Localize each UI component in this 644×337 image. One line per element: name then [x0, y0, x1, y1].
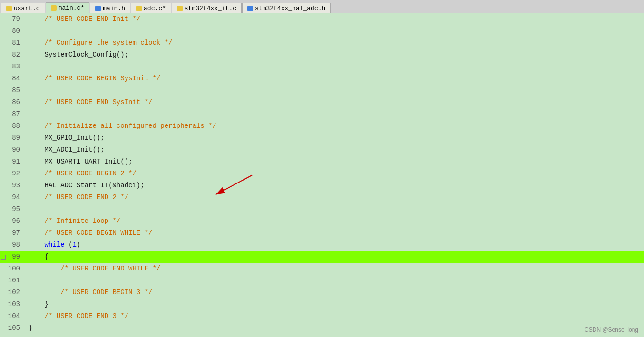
code-line-content	[24, 25, 644, 37]
tab-bar: usart.cmain.c*main.hadc.c*stm32f4xx_it.c…	[0, 0, 644, 13]
code-line-content: }	[24, 298, 644, 310]
code-row: 91 MX_USART1_UART_Init();	[0, 156, 644, 168]
code-line-content: /* USER CODE END SysInit */	[24, 96, 644, 108]
code-line-content: /* USER CODE BEGIN WHILE */	[24, 227, 644, 239]
code-line-content: /* USER CODE BEGIN 2 */	[24, 168, 644, 180]
code-line-content: /* USER CODE BEGIN SysInit */	[24, 73, 644, 85]
line-number: 82	[0, 49, 24, 61]
code-row: 101	[0, 275, 644, 287]
line-number: 97	[0, 227, 24, 239]
code-line-content: /* USER CODE END 3 */	[24, 310, 644, 322]
tab-icon	[247, 6, 253, 11]
code-line-content: HAL_ADC_Start_IT(&hadc1);	[24, 180, 644, 192]
code-line-content: }	[24, 322, 644, 334]
tab-stm32f4xx-hal-adc-h[interactable]: stm32f4xx_hal_adc.h	[242, 3, 331, 13]
tab-label: stm32f4xx_hal_adc.h	[255, 5, 325, 12]
line-number: 88	[0, 120, 24, 132]
code-row: 96 /* Infinite loop */	[0, 215, 644, 227]
tab-main-h[interactable]: main.h	[90, 3, 130, 13]
tab-stm32f4xx-it-c[interactable]: stm32f4xx_it.c	[172, 3, 242, 13]
code-line-content	[24, 203, 644, 215]
code-table: 79 /* USER CODE END Init */8081 /* Confi…	[0, 13, 644, 334]
line-number: 81	[0, 37, 24, 49]
tab-label: main.h	[103, 5, 125, 12]
fold-indicator[interactable]: -	[1, 255, 6, 260]
code-line-content: while (1)	[24, 239, 644, 251]
code-row: 105}	[0, 322, 644, 334]
code-line-content	[24, 61, 644, 73]
code-line-content: /* Initialize all configured peripherals…	[24, 120, 644, 132]
code-row: 83	[0, 61, 644, 73]
tab-usart-c[interactable]: usart.c	[1, 3, 45, 13]
code-line-content: {	[24, 251, 644, 263]
tab-label: adc.c*	[144, 5, 166, 12]
code-row: 89 MX_GPIO_Init();	[0, 132, 644, 144]
line-number: 91	[0, 156, 24, 168]
code-row: 92 /* USER CODE BEGIN 2 */	[0, 168, 644, 180]
code-line-content: MX_USART1_UART_Init();	[24, 156, 644, 168]
line-number: 79	[0, 13, 24, 25]
code-row: 79 /* USER CODE END Init */	[0, 13, 644, 25]
line-number: 96	[0, 215, 24, 227]
code-line-content: MX_GPIO_Init();	[24, 132, 644, 144]
code-line-content: /* USER CODE END Init */	[24, 13, 644, 25]
code-row: 80	[0, 25, 644, 37]
code-row: 100 /* USER CODE END WHILE */	[0, 263, 644, 275]
code-row: 82 SystemClock_Config();	[0, 49, 644, 61]
tab-label: stm32f4xx_it.c	[185, 5, 236, 12]
code-row: 94 /* USER CODE END 2 */	[0, 192, 644, 203]
tab-icon	[6, 6, 12, 11]
code-row: 104 /* USER CODE END 3 */	[0, 310, 644, 322]
line-number: 101	[0, 275, 24, 287]
code-row: 99- {	[0, 251, 644, 263]
code-line-content	[24, 275, 644, 287]
line-number: 83	[0, 61, 24, 73]
tab-label: main.c*	[59, 4, 85, 11]
code-line-content: /* Configure the system clock */	[24, 37, 644, 49]
line-number: 87	[0, 108, 24, 120]
code-line-content: /* USER CODE BEGIN 3 */	[24, 287, 644, 298]
code-line-content: /* Infinite loop */	[24, 215, 644, 227]
code-row: 93 HAL_ADC_Start_IT(&hadc1);	[0, 180, 644, 192]
code-row: 103 }	[0, 298, 644, 310]
line-number: 84	[0, 73, 24, 85]
line-number: 99-	[0, 251, 24, 263]
line-number: 98	[0, 239, 24, 251]
line-number: 92	[0, 168, 24, 180]
code-area: 79 /* USER CODE END Init */8081 /* Confi…	[0, 13, 644, 337]
code-line-content: /* USER CODE END WHILE */	[24, 263, 644, 275]
tab-icon	[51, 5, 57, 11]
line-number: 104	[0, 310, 24, 322]
line-number: 102	[0, 287, 24, 298]
code-row: 98 while (1)	[0, 239, 644, 251]
tab-icon	[136, 6, 142, 11]
code-row: 102 /* USER CODE BEGIN 3 */	[0, 287, 644, 298]
code-line-content	[24, 85, 644, 96]
code-row: 97 /* USER CODE BEGIN WHILE */	[0, 227, 644, 239]
code-line-content: MX_ADC1_Init();	[24, 144, 644, 156]
line-number: 93	[0, 180, 24, 192]
code-line-content	[24, 108, 644, 120]
line-number: 90	[0, 144, 24, 156]
line-number: 80	[0, 25, 24, 37]
code-row: 84 /* USER CODE BEGIN SysInit */	[0, 73, 644, 85]
tab-label: usart.c	[14, 5, 40, 12]
code-row: 88 /* Initialize all configured peripher…	[0, 120, 644, 132]
line-number: 94	[0, 192, 24, 203]
tab-icon	[95, 6, 101, 11]
tab-main-c-[interactable]: main.c*	[46, 2, 90, 13]
code-row: 95	[0, 203, 644, 215]
code-row: 87	[0, 108, 644, 120]
watermark: CSDN @Sense_long	[585, 327, 638, 333]
tab-adc-c-[interactable]: adc.c*	[131, 3, 171, 13]
line-number: 95	[0, 203, 24, 215]
line-number: 86	[0, 96, 24, 108]
line-number: 105	[0, 322, 24, 334]
code-line-content: /* USER CODE END 2 */	[24, 192, 644, 203]
tab-icon	[177, 6, 183, 11]
line-number: 100	[0, 263, 24, 275]
code-row: 81 /* Configure the system clock */	[0, 37, 644, 49]
code-line-content: SystemClock_Config();	[24, 49, 644, 61]
line-number: 85	[0, 85, 24, 96]
code-row: 85	[0, 85, 644, 96]
